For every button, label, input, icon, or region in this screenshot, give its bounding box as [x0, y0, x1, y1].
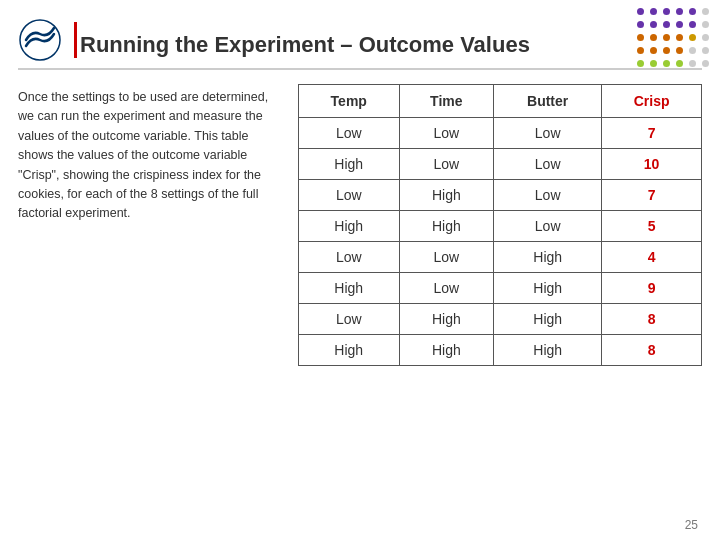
- logo-area: [18, 18, 77, 62]
- table-cell-r4-c0: Low: [299, 242, 400, 273]
- table-cell-r1-c1: Low: [399, 149, 494, 180]
- table-cell-r0-c3: 7: [602, 118, 702, 149]
- table-row: HighHighLow5: [299, 211, 702, 242]
- table-cell-r6-c2: High: [494, 304, 602, 335]
- dot-16: [689, 34, 696, 41]
- table-cell-r7-c1: High: [399, 335, 494, 366]
- table-cell-r6-c1: High: [399, 304, 494, 335]
- dot-23: [702, 47, 709, 54]
- table-header-time: Time: [399, 85, 494, 118]
- logo-divider: [74, 22, 77, 58]
- dot-7: [650, 21, 657, 28]
- dot-29: [702, 60, 709, 67]
- sfu-logo-icon: [18, 18, 62, 62]
- table-header-butter: Butter: [494, 85, 602, 118]
- table-cell-r0-c2: Low: [494, 118, 602, 149]
- dot-0: [637, 8, 644, 15]
- table-cell-r7-c3: 8: [602, 335, 702, 366]
- dot-15: [676, 34, 683, 41]
- table-cell-r1-c0: High: [299, 149, 400, 180]
- dot-12: [637, 34, 644, 41]
- table-cell-r4-c1: Low: [399, 242, 494, 273]
- dot-1: [650, 8, 657, 15]
- table-cell-r2-c2: Low: [494, 180, 602, 211]
- table-row: LowLowLow7: [299, 118, 702, 149]
- dot-9: [676, 21, 683, 28]
- table-cell-r3-c0: High: [299, 211, 400, 242]
- dot-10: [689, 21, 696, 28]
- title-rule: [18, 68, 702, 70]
- dot-22: [689, 47, 696, 54]
- dot-27: [676, 60, 683, 67]
- dot-8: [663, 21, 670, 28]
- dot-11: [702, 21, 709, 28]
- dot-6: [637, 21, 644, 28]
- table-row: HighLowLow10: [299, 149, 702, 180]
- table-row: LowHighLow7: [299, 180, 702, 211]
- dot-5: [702, 8, 709, 15]
- dot-20: [663, 47, 670, 54]
- dot-24: [637, 60, 644, 67]
- table-cell-r2-c1: High: [399, 180, 494, 211]
- table-cell-r5-c0: High: [299, 273, 400, 304]
- dot-18: [637, 47, 644, 54]
- table-cell-r7-c0: High: [299, 335, 400, 366]
- dot-2: [663, 8, 670, 15]
- table-cell-r6-c3: 8: [602, 304, 702, 335]
- outcome-table: TempTimeButterCrisp LowLowLow7HighLowLow…: [298, 84, 702, 366]
- dot-26: [663, 60, 670, 67]
- table-cell-r3-c3: 5: [602, 211, 702, 242]
- table-container: TempTimeButterCrisp LowLowLow7HighLowLow…: [298, 80, 702, 366]
- table-cell-r5-c1: Low: [399, 273, 494, 304]
- page-number: 25: [685, 518, 698, 532]
- table-row: HighHighHigh8: [299, 335, 702, 366]
- table-cell-r3-c2: Low: [494, 211, 602, 242]
- dot-21: [676, 47, 683, 54]
- table-cell-r6-c0: Low: [299, 304, 400, 335]
- table-header-crisp: Crisp: [602, 85, 702, 118]
- description-text: Once the settings to be used are determi…: [18, 80, 278, 224]
- dot-14: [663, 34, 670, 41]
- page-title: Running the Experiment – Outcome Values: [80, 32, 530, 58]
- table-cell-r4-c2: High: [494, 242, 602, 273]
- table-row: LowHighHigh8: [299, 304, 702, 335]
- table-cell-r5-c3: 9: [602, 273, 702, 304]
- table-header-temp: Temp: [299, 85, 400, 118]
- table-cell-r1-c3: 10: [602, 149, 702, 180]
- table-cell-r3-c1: High: [399, 211, 494, 242]
- table-cell-r0-c0: Low: [299, 118, 400, 149]
- table-cell-r0-c1: Low: [399, 118, 494, 149]
- dot-17: [702, 34, 709, 41]
- table-cell-r7-c2: High: [494, 335, 602, 366]
- dot-13: [650, 34, 657, 41]
- main-content: Once the settings to be used are determi…: [18, 80, 702, 510]
- table-cell-r2-c0: Low: [299, 180, 400, 211]
- table-row: HighLowHigh9: [299, 273, 702, 304]
- table-cell-r5-c2: High: [494, 273, 602, 304]
- table-cell-r4-c3: 4: [602, 242, 702, 273]
- table-cell-r2-c3: 7: [602, 180, 702, 211]
- table-row: LowLowHigh4: [299, 242, 702, 273]
- dot-4: [689, 8, 696, 15]
- table-cell-r1-c2: Low: [494, 149, 602, 180]
- dot-28: [689, 60, 696, 67]
- dot-25: [650, 60, 657, 67]
- dot-3: [676, 8, 683, 15]
- dot-grid-decoration: [637, 8, 712, 70]
- dot-19: [650, 47, 657, 54]
